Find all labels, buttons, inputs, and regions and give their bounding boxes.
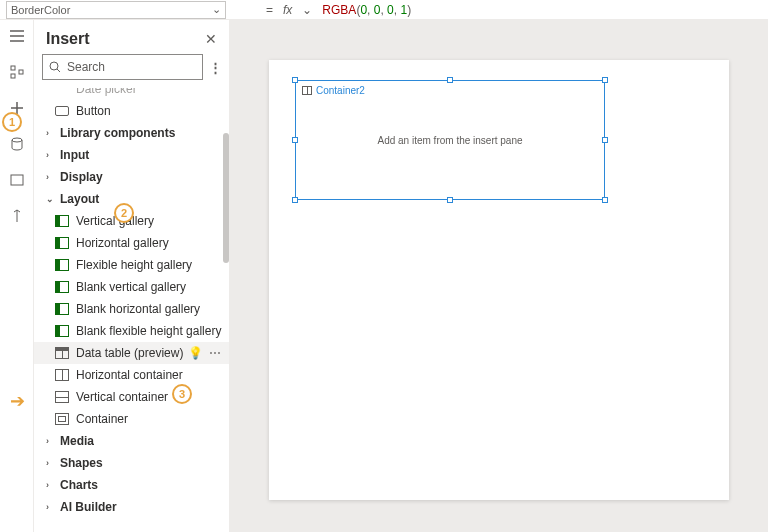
gallery-icon bbox=[55, 281, 69, 293]
search-icon bbox=[49, 61, 61, 73]
horizontal-container-icon bbox=[55, 369, 69, 381]
chevron-right-icon: › bbox=[46, 128, 56, 138]
formula-text[interactable]: RGBA(0, 0, 0, 1) bbox=[322, 3, 411, 17]
item-horizontal-container[interactable]: Horizontal container bbox=[34, 364, 229, 386]
insert-panel: Insert ✕ Search ⋮ Date picker Button ›Li… bbox=[34, 20, 230, 532]
data-icon[interactable] bbox=[9, 136, 25, 152]
table-icon bbox=[55, 347, 69, 359]
search-input[interactable]: Search bbox=[42, 54, 203, 80]
property-dropdown-value: BorderColor bbox=[11, 4, 70, 16]
scroll-thumb[interactable] bbox=[223, 133, 229, 263]
category-charts[interactable]: ›Charts bbox=[34, 474, 229, 496]
svg-point-5 bbox=[50, 62, 58, 70]
canvas[interactable]: Container2 Add an item from the insert p… bbox=[230, 20, 768, 532]
vertical-container-icon bbox=[55, 391, 69, 403]
selected-container[interactable]: Container2 Add an item from the insert p… bbox=[295, 80, 605, 200]
svg-rect-4 bbox=[11, 175, 23, 185]
artboard[interactable]: Container2 Add an item from the insert p… bbox=[269, 60, 729, 500]
item-data-table[interactable]: Data table (preview)💡⋯ bbox=[34, 342, 229, 364]
gallery-icon bbox=[55, 303, 69, 315]
svg-rect-2 bbox=[19, 70, 23, 74]
item-blank-flexible-height-gallery[interactable]: Blank flexible height gallery bbox=[34, 320, 229, 342]
button-icon bbox=[55, 106, 69, 116]
item-blank-horizontal-gallery[interactable]: Blank horizontal gallery bbox=[34, 298, 229, 320]
close-icon[interactable]: ✕ bbox=[205, 31, 217, 47]
gallery-icon bbox=[55, 259, 69, 271]
chevron-right-icon: › bbox=[46, 502, 56, 512]
horizontal-container-icon bbox=[302, 86, 312, 95]
svg-rect-1 bbox=[11, 74, 15, 78]
resize-handle[interactable] bbox=[447, 197, 453, 203]
chevron-down-icon: ⌄ bbox=[302, 3, 312, 17]
lightbulb-icon[interactable]: 💡 bbox=[188, 346, 203, 360]
insert-tree: Date picker Button ›Library components ›… bbox=[34, 88, 229, 532]
panel-scrollbar[interactable] bbox=[223, 88, 229, 532]
gallery-icon bbox=[55, 215, 69, 227]
chevron-right-icon: › bbox=[46, 458, 56, 468]
gallery-icon bbox=[55, 325, 69, 337]
formula-bar: BorderColor ⌄ = fx ⌄ RGBA(0, 0, 0, 1) bbox=[0, 0, 768, 20]
annotation-callout-2: 2 bbox=[114, 203, 134, 223]
item-button[interactable]: Button bbox=[34, 100, 229, 122]
category-media[interactable]: ›Media bbox=[34, 430, 229, 452]
chevron-right-icon: › bbox=[46, 172, 56, 182]
item-horizontal-gallery[interactable]: Horizontal gallery bbox=[34, 232, 229, 254]
hamburger-icon[interactable] bbox=[9, 28, 25, 44]
selection-label: Container2 bbox=[302, 85, 365, 96]
category-input[interactable]: ›Input bbox=[34, 144, 229, 166]
more-icon[interactable]: ⋯ bbox=[209, 346, 221, 360]
chevron-right-icon: › bbox=[46, 480, 56, 490]
annotation-arrow: ➔ bbox=[10, 390, 25, 412]
chevron-right-icon: › bbox=[46, 436, 56, 446]
equals-icon: = bbox=[266, 3, 273, 17]
category-display[interactable]: ›Display bbox=[34, 166, 229, 188]
more-icon[interactable]: ⋮ bbox=[209, 60, 221, 75]
container-icon bbox=[55, 413, 69, 425]
category-shapes[interactable]: ›Shapes bbox=[34, 452, 229, 474]
media-icon[interactable] bbox=[9, 172, 25, 188]
resize-handle[interactable] bbox=[292, 137, 298, 143]
item-container[interactable]: Container bbox=[34, 408, 229, 430]
annotation-callout-3: 3 bbox=[172, 384, 192, 404]
left-rail bbox=[0, 20, 34, 532]
svg-rect-0 bbox=[11, 66, 15, 70]
search-placeholder: Search bbox=[67, 60, 105, 74]
chevron-down-icon: ⌄ bbox=[46, 194, 56, 204]
chevron-down-icon: ⌄ bbox=[212, 3, 221, 16]
item-blank-vertical-gallery[interactable]: Blank vertical gallery bbox=[34, 276, 229, 298]
gallery-icon bbox=[55, 237, 69, 249]
item-flexible-height-gallery[interactable]: Flexible height gallery bbox=[34, 254, 229, 276]
resize-handle[interactable] bbox=[447, 77, 453, 83]
property-dropdown[interactable]: BorderColor ⌄ bbox=[6, 1, 226, 19]
tools-icon[interactable] bbox=[9, 208, 25, 224]
category-ai-builder[interactable]: ›AI Builder bbox=[34, 496, 229, 518]
container-placeholder: Add an item from the insert pane bbox=[377, 135, 522, 146]
category-library[interactable]: ›Library components bbox=[34, 122, 229, 144]
item-vertical-container[interactable]: Vertical container bbox=[34, 386, 229, 408]
resize-handle[interactable] bbox=[602, 197, 608, 203]
tree-view-icon[interactable] bbox=[9, 64, 25, 80]
chevron-right-icon: › bbox=[46, 150, 56, 160]
fx-label[interactable]: fx bbox=[283, 3, 292, 17]
resize-handle[interactable] bbox=[602, 77, 608, 83]
resize-handle[interactable] bbox=[292, 197, 298, 203]
annotation-callout-1: 1 bbox=[2, 112, 22, 132]
resize-handle[interactable] bbox=[292, 77, 298, 83]
item-date-picker[interactable]: Date picker bbox=[34, 88, 229, 100]
svg-point-3 bbox=[12, 138, 22, 142]
panel-title: Insert bbox=[46, 30, 90, 48]
resize-handle[interactable] bbox=[602, 137, 608, 143]
